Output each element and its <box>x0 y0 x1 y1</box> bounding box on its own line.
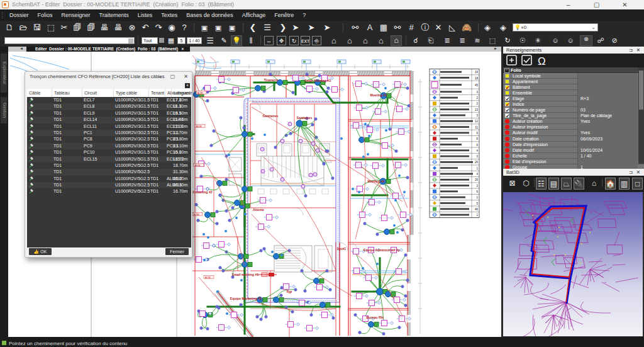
svg-text:Rgt: Rgt <box>287 290 292 293</box>
svg-text:ALIM: ALIM <box>205 276 210 279</box>
svg-text:Attente: Attente <box>253 208 264 212</box>
svg-text:Small meeting #1: Small meeting #1 <box>232 273 258 276</box>
svg-text:Sanitaires: Sanitaires <box>263 114 279 118</box>
svg-text:18: 18 <box>475 77 479 80</box>
svg-text:ALIM: ALIM <box>196 125 201 128</box>
svg-text:ALIM: ALIM <box>194 213 199 216</box>
svg-text:Dpt#1: Dpt#1 <box>337 247 347 251</box>
svg-text:16: 16 <box>475 71 479 74</box>
svg-text:Small Meeting #3: Small Meeting #3 <box>304 79 331 82</box>
svg-text:26: 26 <box>475 161 479 164</box>
svg-text:46: 46 <box>475 208 479 211</box>
svg-text:45: 45 <box>475 84 479 87</box>
svg-text:26: 26 <box>475 178 479 181</box>
svg-text:Equipe Administratif 2p: Equipe Administratif 2p <box>364 248 400 252</box>
svg-text:13: 13 <box>475 108 479 111</box>
svg-text:Tisanerie: Tisanerie <box>264 78 279 82</box>
svg-text:ALIM: ALIM <box>197 92 203 94</box>
svg-text:Ω: Ω <box>538 55 546 67</box>
svg-text:Sanitaires: Sanitaires <box>297 116 313 120</box>
svg-text:Meeting #2: Meeting #2 <box>368 179 385 183</box>
svg-text:ll meeting #2: ll meeting #2 <box>192 190 213 194</box>
svg-text:Equipe Marketing #1: Equipe Marketing #1 <box>230 297 262 300</box>
svg-text:Meeting #1: Meeting #1 <box>370 93 387 97</box>
svg-text:ALIM: ALIM <box>195 164 200 167</box>
svg-text:Bureau RH: Bureau RH <box>367 316 384 319</box>
svg-text:11: 11 <box>475 126 478 129</box>
svg-text:12: 12 <box>475 120 479 123</box>
